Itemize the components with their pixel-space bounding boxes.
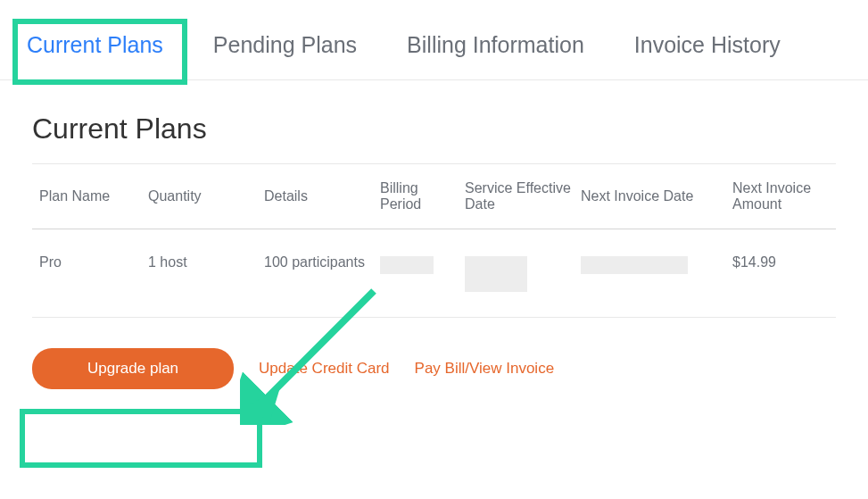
table-header-row: Plan Name Quantity Details Billing Perio…: [32, 163, 836, 229]
header-plan-name: Plan Name: [32, 188, 148, 204]
header-service-effective-date: Service Effective Date: [465, 180, 581, 212]
cell-billing-period: [380, 254, 465, 274]
highlight-box-button: [20, 409, 262, 468]
header-next-invoice-amount: Next Invoice Amount: [732, 180, 836, 212]
update-credit-card-link[interactable]: Update Credit Card: [259, 360, 389, 378]
header-billing-period: Billing Period: [380, 180, 465, 212]
cell-service-effective-date: [465, 254, 581, 292]
cell-next-invoice-amount: $14.99: [732, 254, 836, 270]
redacted-content: [465, 256, 527, 292]
tabs-bar: Current Plans Pending Plans Billing Info…: [0, 0, 868, 80]
tab-invoice-history[interactable]: Invoice History: [634, 32, 781, 58]
redacted-content: [581, 256, 688, 274]
actions-bar: Upgrade plan Update Credit Card Pay Bill…: [32, 348, 868, 389]
header-next-invoice-date: Next Invoice Date: [581, 188, 732, 204]
tab-current-plans[interactable]: Current Plans: [27, 32, 163, 58]
tab-pending-plans[interactable]: Pending Plans: [213, 32, 357, 58]
cell-details: 100 participants: [264, 254, 380, 270]
cell-next-invoice-date: [581, 254, 732, 274]
page-title: Current Plans: [32, 112, 868, 146]
cell-quantity: 1 host: [148, 254, 264, 270]
header-quantity: Quantity: [148, 188, 264, 204]
upgrade-plan-button[interactable]: Upgrade plan: [32, 348, 234, 389]
cell-plan-name: Pro: [32, 254, 148, 270]
svg-marker-2: [249, 387, 280, 423]
tab-billing-information[interactable]: Billing Information: [407, 32, 584, 58]
pay-bill-view-invoice-link[interactable]: Pay Bill/View Invoice: [415, 360, 555, 378]
plans-table: Plan Name Quantity Details Billing Perio…: [32, 163, 836, 318]
redacted-content: [380, 256, 434, 274]
header-details: Details: [264, 188, 380, 204]
table-row: Pro 1 host 100 participants $14.99: [32, 229, 836, 318]
